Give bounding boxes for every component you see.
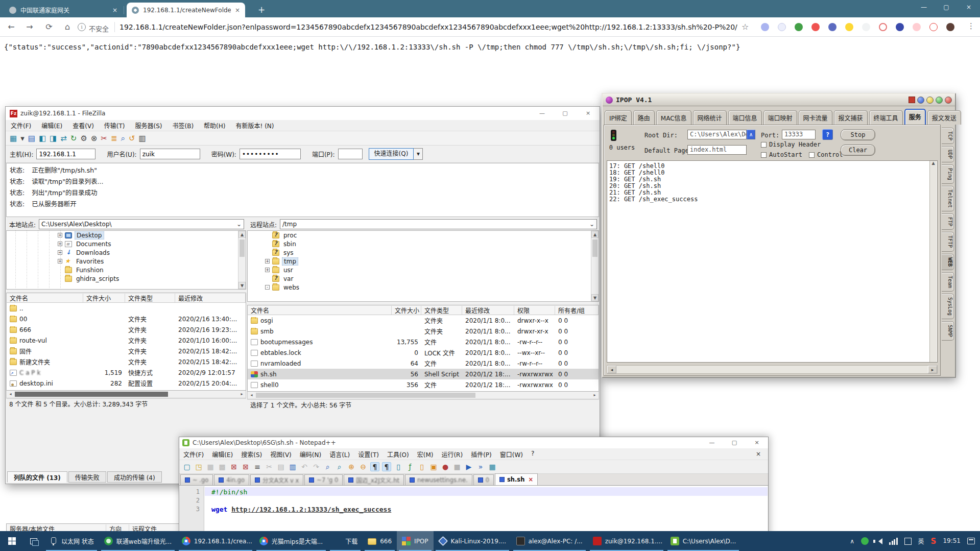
table-row[interactable]: C a P k 1,519 快捷方式 2020/2/9 12:01:57 xyxy=(7,367,246,378)
tree-item[interactable]: sbin xyxy=(248,239,599,248)
ipop-side-tab[interactable]: WEB xyxy=(942,254,954,270)
root-dir-dropdown-icon[interactable]: ∧ xyxy=(747,130,755,139)
tree-item[interactable]: + Desktop xyxy=(7,231,246,239)
extension-icon[interactable] xyxy=(778,23,786,31)
menu-item[interactable]: 编辑(E) xyxy=(212,450,233,459)
table-row[interactable]: sh.sh 56 Shell Script 2020/1/2 18:... -r… xyxy=(248,369,599,379)
ipop-side-tab[interactable]: Team xyxy=(942,272,954,292)
control-checkbox[interactable]: Control xyxy=(809,151,843,158)
macro-save-icon[interactable]: ▦ xyxy=(488,463,497,471)
extension-icon[interactable] xyxy=(795,23,803,31)
local-tree-scrollbar[interactable]: ▲▼ xyxy=(238,231,246,289)
table-row[interactable]: shell0 356 文件 2020/1/2 18:... -rwxrwxrwx… xyxy=(248,379,599,390)
menu-item[interactable]: 帮助(H) xyxy=(204,121,225,130)
menu-item[interactable]: 视图(V) xyxy=(270,450,292,459)
taskbar-app-button[interactable]: C:\Users\Alex\D... xyxy=(665,531,742,551)
ipop-tab[interactable]: 路由 xyxy=(633,110,655,125)
ipop-menu-icon[interactable] xyxy=(909,97,915,103)
clear-button[interactable]: Clear xyxy=(841,145,875,156)
tab-close-icon[interactable]: × xyxy=(112,7,117,14)
macro-record-icon[interactable]: ● xyxy=(441,463,450,471)
web-server-log[interactable]: 17: GET /shell018: GET /shell019: GET /s… xyxy=(607,160,938,363)
function-list-icon[interactable]: ƒ xyxy=(405,463,415,471)
page-info-icon[interactable]: i xyxy=(78,23,86,31)
taskbar-app-button[interactable]: IPOP xyxy=(397,531,433,551)
cut-icon[interactable]: ✂ xyxy=(265,463,274,471)
ipop-side-tab[interactable]: Ping xyxy=(942,164,954,184)
process-queue-icon[interactable]: ⚙ xyxy=(80,133,87,143)
remote-tree-scrollbar[interactable]: ▲▼ xyxy=(591,231,599,301)
menu-item[interactable]: 工具(O) xyxy=(387,450,409,459)
address-bar[interactable]: 192.168.1.1/createNewFolder.json?enlpass… xyxy=(119,23,737,31)
security-label[interactable]: 不安全 xyxy=(89,23,109,33)
table-row[interactable]: nvramloaded 64 文件 2020/1/1 8:0... -rw-r-… xyxy=(248,358,599,369)
tree-item[interactable]: + Downloads xyxy=(7,248,246,257)
macro-run-multi-icon[interactable]: » xyxy=(476,463,485,471)
taskbar-app-button[interactable]: 光猫mips是大端... xyxy=(254,531,328,551)
tree-expander-icon[interactable]: + xyxy=(58,250,62,255)
table-row[interactable]: 666 文件夹 2020/2/16 19:23:... xyxy=(7,324,246,335)
tree-item[interactable]: + Documents xyxy=(7,239,246,248)
antivirus-tray-icon[interactable] xyxy=(861,537,869,545)
taskbar-app-button[interactable]: 以太网 状态 xyxy=(44,531,99,551)
forward-button[interactable]: → xyxy=(23,21,36,33)
show-symbols-icon[interactable]: ¶ xyxy=(382,462,391,471)
cancel-icon[interactable]: ⊗ xyxy=(91,133,98,143)
checkbox-icon[interactable] xyxy=(761,142,767,148)
tree-item[interactable]: + tmp xyxy=(248,257,599,266)
extension-icon[interactable] xyxy=(862,23,870,31)
tree-item[interactable]: sys xyxy=(248,248,599,257)
document-tab[interactable]: ~ .go xyxy=(180,474,213,485)
ipop-side-tab[interactable]: SNMP xyxy=(942,321,954,341)
redo-icon[interactable]: ↷ xyxy=(312,463,321,471)
menu-item[interactable]: 运行(R) xyxy=(441,450,463,459)
autostart-checkbox[interactable]: AutoStart xyxy=(761,151,802,158)
taskbar-app-button[interactable]: Kali-Linux-2019.... xyxy=(434,531,511,551)
tree-expander-icon[interactable]: + xyxy=(265,268,270,272)
quickconnect-button[interactable]: 快速连接(Q) xyxy=(369,148,414,160)
save-icon[interactable]: ▦ xyxy=(206,463,215,471)
tree-expander-icon[interactable]: + xyxy=(265,259,270,263)
column-header[interactable]: 文件类型 xyxy=(125,294,175,302)
tree-expander-icon[interactable] xyxy=(58,276,62,281)
document-tab[interactable]: ~7 'g 0 xyxy=(304,474,343,485)
ipop-side-tab[interactable]: FTP xyxy=(942,213,954,230)
menu-item[interactable]: 编码(N) xyxy=(300,450,321,459)
menu-item[interactable]: 窗口(W) xyxy=(500,450,523,459)
close-document-icon[interactable]: × xyxy=(756,450,761,458)
tab-close-icon[interactable]: × xyxy=(528,476,533,483)
macro-stop-icon[interactable]: ■ xyxy=(452,463,462,471)
doc-switcher-icon[interactable]: ▣ xyxy=(429,463,438,471)
back-button[interactable]: ← xyxy=(5,21,17,33)
sync-browsing-icon[interactable]: ↺ xyxy=(129,133,135,143)
column-header[interactable]: 文件名 xyxy=(7,294,83,302)
ipop-tab[interactable]: 报文捕获 xyxy=(834,110,868,125)
username-input[interactable] xyxy=(140,149,200,159)
document-tab[interactable]: 0 xyxy=(473,474,494,485)
tree-expander-icon[interactable] xyxy=(265,250,270,255)
paste-icon[interactable]: ▥ xyxy=(288,463,297,471)
sogou-input-icon[interactable]: S xyxy=(931,537,937,546)
tree-item[interactable]: proc xyxy=(248,231,599,239)
close-button[interactable]: × xyxy=(577,107,600,120)
document-tab[interactable]: 国迈_x2J文义.ht xyxy=(344,474,404,485)
table-row[interactable]: route-vul 文件夹 2020/1/10 16:00:... xyxy=(7,335,246,346)
table-row[interactable]: smb 文件夹 2020/1/1 8:0... drwxr-xr-x 0 0 xyxy=(248,326,599,337)
remote-list-hscrollbar[interactable]: ◂▸ xyxy=(247,392,599,399)
task-view-button[interactable] xyxy=(23,531,44,551)
tree-item[interactable]: - webs xyxy=(248,283,599,292)
ipop-tab[interactable]: MAC信息 xyxy=(656,110,691,125)
extension-icon[interactable] xyxy=(828,23,836,31)
bookmark-star-icon[interactable]: ☆ xyxy=(742,22,749,32)
default-page-input[interactable]: index.html xyxy=(687,145,747,155)
password-input[interactable] xyxy=(240,149,301,159)
document-tab[interactable]: 分文A文X v x xyxy=(250,474,303,485)
extension-icon[interactable] xyxy=(845,23,853,31)
tree-expander-icon[interactable] xyxy=(265,242,270,246)
browser-menu-icon[interactable]: ⋮ xyxy=(967,21,975,31)
print-icon[interactable]: ≡ xyxy=(253,463,262,471)
tree-expander-icon[interactable]: + xyxy=(58,233,62,237)
table-row[interactable]: desktop.ini 282 配置设置 2020/2/15 20:04:... xyxy=(7,378,246,389)
copy-icon[interactable]: ▤ xyxy=(276,463,285,471)
menu-item[interactable]: 语言(L) xyxy=(329,450,350,459)
